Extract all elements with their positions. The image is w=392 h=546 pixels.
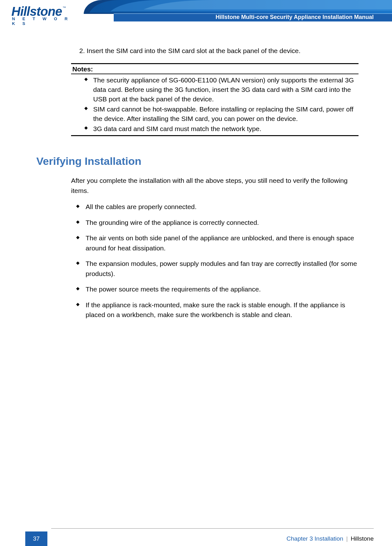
verify-item: The air vents on both side panel of the … [86, 233, 359, 253]
document-title: Hillstone Multi-core Security Appliance … [216, 14, 374, 21]
notes-box: Notes: The security appliance of SG-6000… [71, 63, 359, 136]
notes-item: The security appliance of SG-6000-E1100 … [93, 75, 357, 104]
brand-logo-text: Hillstone™ [11, 6, 79, 17]
verify-list: All the cables are properly connected. T… [71, 202, 359, 320]
footer-brand: Hillstone [351, 535, 374, 542]
notes-item: 3G data card and SIM card must match the… [93, 124, 357, 134]
footer-text: Chapter 3 Installation | Hillstone [286, 535, 374, 542]
page-header: Hillstone™ N E T W O R K S Hillstone Mul… [0, 0, 392, 21]
brand-logo: Hillstone™ N E T W O R K S [11, 6, 79, 26]
notes-heading: Notes: [71, 64, 359, 74]
trademark-symbol: ™ [63, 6, 66, 9]
step-text: Insert the SIM card into the SIM card sl… [87, 47, 300, 54]
notes-item: SIM card cannot be hot-swappable. Before… [93, 105, 357, 123]
section-intro: After you complete the installation with… [71, 176, 359, 195]
page-number: 37 [25, 531, 47, 546]
footer-separator: | [346, 535, 348, 542]
logo-main-text: Hillstone [11, 4, 62, 18]
footer-rule [51, 528, 374, 529]
verify-item: The expansion modules, power supply modu… [86, 259, 359, 279]
numbered-step: 2. Insert the SIM card into the SIM card… [79, 46, 359, 56]
step-number: 2. [79, 47, 85, 54]
page-content: 2. Insert the SIM card into the SIM card… [71, 46, 359, 326]
verify-item: The grounding wire of the appliance is c… [86, 218, 359, 228]
notes-list: The security appliance of SG-6000-E1100 … [71, 75, 359, 133]
verify-item: If the appliance is rack-mounted, make s… [86, 300, 359, 320]
page-footer: 37 Chapter 3 Installation | Hillstone [0, 531, 392, 546]
footer-chapter: Chapter 3 Installation [286, 535, 343, 542]
verify-item: All the cables are properly connected. [86, 202, 359, 212]
verify-item: The power source meets the requirements … [86, 284, 359, 294]
section-heading: Verifying Installation [36, 155, 359, 167]
